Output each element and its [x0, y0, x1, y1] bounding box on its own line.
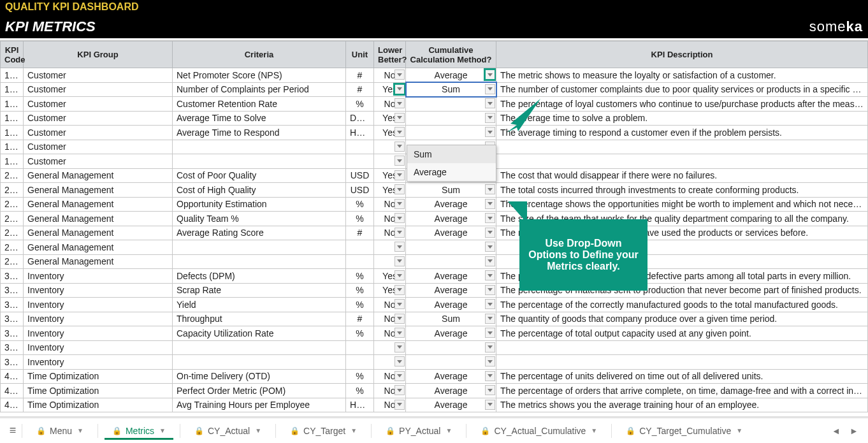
cell[interactable] — [496, 355, 868, 370]
cell[interactable]: No — [374, 226, 406, 240]
dropdown-arrow-icon[interactable] — [485, 285, 495, 295]
dropdown-arrow-icon[interactable] — [394, 213, 405, 223]
dropdown-arrow-icon[interactable] — [485, 228, 495, 238]
cell[interactable]: 207 — [1, 254, 24, 269]
dropdown-arrow-icon[interactable] — [394, 242, 405, 252]
cell[interactable]: Yes — [374, 126, 406, 140]
cell[interactable] — [346, 154, 374, 169]
cell[interactable]: Average — [406, 384, 496, 398]
cell[interactable]: Sum — [406, 312, 496, 326]
dropdown-arrow-icon[interactable] — [485, 213, 495, 223]
cell[interactable]: Average — [406, 197, 496, 212]
cell[interactable]: The percentage of loyal customers who co… — [496, 97, 868, 112]
cell[interactable]: Inventory — [24, 340, 173, 355]
cell[interactable] — [346, 340, 374, 355]
cell[interactable]: USD — [346, 168, 374, 183]
cell[interactable] — [374, 355, 406, 370]
cell[interactable] — [406, 254, 496, 269]
cell[interactable] — [374, 240, 406, 255]
dropdown-arrow-icon[interactable] — [394, 385, 405, 395]
cell[interactable] — [346, 140, 374, 154]
dropdown-arrow-icon[interactable] — [394, 170, 405, 180]
dropdown-arrow-icon[interactable] — [394, 84, 405, 94]
dropdown-arrow-icon[interactable] — [485, 242, 495, 252]
cell[interactable]: Avg Training Hours per Employee — [173, 398, 346, 412]
cell[interactable]: Number of Complaints per Period — [173, 82, 346, 97]
cell[interactable] — [406, 111, 496, 126]
cell[interactable]: Yes — [374, 82, 406, 97]
dropdown-arrow-icon[interactable] — [394, 342, 405, 352]
cell[interactable]: 204 — [1, 212, 24, 226]
cell[interactable]: Time Optimization — [24, 398, 173, 412]
cell[interactable]: Perfect Order Metric (POM) — [173, 384, 346, 398]
cell[interactable]: The average timing to respond a customer… — [496, 126, 868, 140]
cell[interactable] — [406, 355, 496, 370]
cell[interactable]: Yes — [374, 183, 406, 198]
cell[interactable] — [496, 240, 868, 255]
dropdown-arrow-icon[interactable] — [485, 270, 495, 280]
cell[interactable]: Customer — [24, 126, 173, 140]
dropdown-arrow-icon[interactable] — [485, 127, 495, 137]
cell[interactable] — [406, 240, 496, 255]
cell[interactable]: Inventory — [24, 326, 173, 341]
cell[interactable]: No — [374, 298, 406, 312]
cell[interactable]: Customer — [24, 140, 173, 154]
cell[interactable]: The percentage of the correctly manufact… — [496, 298, 868, 312]
cell[interactable] — [406, 340, 496, 355]
cell[interactable]: Hours — [346, 126, 374, 140]
cell[interactable]: Quality Team % — [173, 212, 346, 226]
cell[interactable]: The percentage shows the weight of defec… — [496, 269, 868, 284]
cell[interactable]: Sum — [406, 183, 496, 198]
dropdown-arrow-icon[interactable] — [394, 142, 405, 152]
cell[interactable]: % — [346, 326, 374, 341]
cell[interactable]: The number of customer complaints due to… — [496, 82, 868, 97]
cell[interactable]: 402 — [1, 384, 24, 398]
dropdown-arrow-icon[interactable] — [485, 385, 495, 395]
cell[interactable]: 307 — [1, 355, 24, 370]
cell[interactable] — [496, 154, 868, 169]
cell[interactable]: 303 — [1, 298, 24, 312]
cell[interactable]: The percentage of units delivered on tim… — [496, 369, 868, 384]
cell[interactable]: General Management — [24, 212, 173, 226]
cell[interactable]: # — [346, 82, 374, 97]
cell[interactable] — [496, 254, 868, 269]
dropdown-arrow-icon[interactable] — [394, 285, 405, 295]
cell[interactable]: The percentage of orders that arrive com… — [496, 384, 868, 398]
dropdown-option-sum[interactable]: Sum — [407, 145, 496, 163]
cell[interactable]: Average — [406, 326, 496, 341]
cell[interactable]: Days — [346, 111, 374, 126]
cell[interactable]: The percentage of materials sent to prod… — [496, 283, 868, 298]
dropdown-arrow-icon[interactable] — [394, 127, 405, 137]
cell[interactable]: % — [346, 212, 374, 226]
cell[interactable]: Average — [406, 283, 496, 298]
cell[interactable]: Cost of Poor Quality — [173, 168, 346, 183]
cell[interactable]: % — [346, 269, 374, 284]
cell[interactable]: No — [374, 326, 406, 341]
cell[interactable]: General Management — [24, 197, 173, 212]
cell[interactable]: Customer — [24, 68, 173, 83]
cell[interactable]: # — [346, 312, 374, 326]
cell[interactable]: USD — [346, 183, 374, 198]
cell[interactable]: # — [346, 226, 374, 240]
cell[interactable]: No — [374, 68, 406, 83]
dropdown-arrow-icon[interactable] — [485, 371, 495, 381]
dropdown-arrow-icon[interactable] — [394, 199, 405, 209]
cell[interactable] — [173, 340, 346, 355]
dropdown-arrow-icon[interactable] — [394, 228, 405, 238]
cell[interactable]: # — [346, 68, 374, 83]
cell[interactable] — [346, 254, 374, 269]
cell[interactable]: Yes — [374, 111, 406, 126]
dropdown-option-average[interactable]: Average — [407, 163, 496, 181]
dropdown-arrow-icon[interactable] — [485, 98, 495, 108]
cell[interactable] — [496, 140, 868, 154]
dropdown-arrow-icon[interactable] — [485, 356, 495, 367]
cell[interactable]: Cost of High Quality — [173, 183, 346, 198]
cell[interactable]: % — [346, 197, 374, 212]
cell[interactable]: Sum — [406, 82, 496, 97]
cell[interactable]: Yes — [374, 168, 406, 183]
cell[interactable] — [374, 154, 406, 169]
cell[interactable]: The rating score of customers who have u… — [496, 226, 868, 240]
cell[interactable]: Capacity Utilization Rate — [173, 326, 346, 341]
cell[interactable]: No — [374, 369, 406, 384]
cell[interactable]: 103 — [1, 97, 24, 112]
